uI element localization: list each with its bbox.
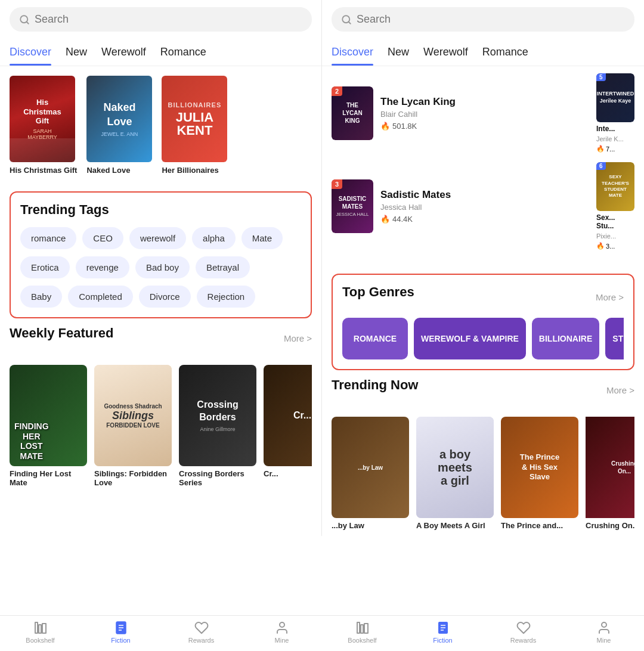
ranked-book-1[interactable]: THELYCANKING 2 The Lycan King Blair Cahi… [332, 73, 634, 153]
right-search-bar[interactable] [332, 7, 634, 32]
tag-rejection[interactable]: Rejection [197, 286, 256, 308]
left-search-bar[interactable] [10, 7, 312, 32]
trending-title-2: A Boy Meets A Girl [416, 521, 494, 530]
book-cover-billionaires: BILLIONAIRES JULIAKENT [162, 76, 227, 162]
left-tab-new[interactable]: New [66, 39, 87, 66]
trending-book-1[interactable]: ...by Law ...by Law [332, 417, 409, 530]
right-nav-tabs: Discover New Werewolf Romance [322, 39, 644, 66]
featured-book-3[interactable]: CrossingBorders Anine Gillmore Crossing … [179, 365, 256, 487]
rank-badge-2: 2 [332, 86, 342, 96]
top-genres-section: Top Genres More > ROMANCE WEREWOLF & VAM… [332, 274, 634, 370]
book-cover-christmas: HisChristmasGift SARAHMAYBERRY [10, 76, 75, 162]
genre-werewolf[interactable]: WEREWOLF & VAMPIRE [414, 318, 526, 359]
tag-mate[interactable]: Mate [242, 227, 283, 249]
book-item-naked-love[interactable]: NakedLove JEWEL E. ANN Naked Love [86, 76, 152, 175]
featured-book-2[interactable]: Goodness ShadrachSiblingsFORBIDDEN LOVE … [94, 365, 172, 487]
right-tab-romance[interactable]: Romance [482, 39, 528, 66]
weekly-featured-section: Weekly Featured More > FINDINGHERLOSTMAT… [10, 326, 312, 493]
trending-cover-1: ...by Law [332, 417, 409, 518]
svg-line-11 [348, 21, 350, 23]
left-nav-tabs: Discover New Werewolf Romance [0, 39, 321, 66]
left-tab-romance[interactable]: Romance [160, 39, 206, 66]
trending-cover-3: The Prince& His SexSlave [501, 417, 578, 518]
ranked-cover-lycan: THELYCANKING 2 [332, 86, 373, 140]
right-tab-new[interactable]: New [388, 39, 409, 66]
trending-now-section: Trending Now More > ...by Law ...by Law … [332, 377, 634, 536]
ranked-title-sexy: Sex...Stu... [596, 213, 634, 230]
ranked-cover-intertwined: INTERTWINEDJerilee Kaye 5 [596, 73, 634, 122]
tag-erotica[interactable]: Erotica [20, 256, 70, 278]
tag-alpha[interactable]: alpha [192, 227, 236, 249]
ranked-title-lycan: The Lycan King [380, 96, 584, 108]
left-tab-discover[interactable]: Discover [10, 39, 51, 66]
book-cover-naked-love: NakedLove JEWEL E. ANN [86, 76, 152, 162]
genre-steamy[interactable]: STEAMY ROMANCE [605, 318, 624, 359]
tag-betrayal[interactable]: Betrayal [196, 256, 250, 278]
flame-icon-2: 🔥 [380, 215, 390, 224]
trending-now-header: Trending Now More > [332, 377, 634, 402]
featured-cover-1: FINDINGHERLOSTMATE [10, 365, 87, 466]
trending-now-scroll: ...by Law ...by Law a boymeetsa girl A B… [332, 411, 634, 536]
ranked-stats-lycan: 🔥 501.8K [380, 122, 584, 131]
trending-title-3: The Prince and... [501, 521, 578, 530]
ranked-author-lycan: Blair Cahill [380, 110, 584, 119]
ranked-stats-sexy: 🔥3... [596, 242, 634, 250]
ranked-cover-sadistic: SADISTICMATES JESSICA HALL 3 [332, 179, 373, 233]
tag-baby[interactable]: Baby [20, 286, 62, 308]
tag-ceo[interactable]: CEO [82, 227, 123, 249]
tag-completed[interactable]: Completed [68, 286, 133, 308]
ranked-author-sadistic: Jessica Hall [380, 203, 584, 212]
genre-steamy-label: STEAMY ROMANCE [612, 334, 624, 343]
right-tab-discover[interactable]: Discover [332, 39, 373, 66]
ranked-stats-intertwined: 🔥7... [596, 145, 634, 153]
trending-now-title: Trending Now [332, 377, 418, 393]
tags-row-2: Erotica revenge Bad boy Betrayal [20, 256, 301, 278]
featured-book-1[interactable]: FINDINGHERLOSTMATE Finding Her Lost Mate [10, 365, 87, 487]
genre-romance[interactable]: ROMANCE [342, 318, 408, 359]
tag-werewolf[interactable]: werewolf [129, 227, 186, 249]
tag-bad-boy[interactable]: Bad boy [135, 256, 190, 278]
featured-title-4: Cr... [264, 469, 312, 478]
trending-book-2[interactable]: a boymeetsa girl A Boy Meets A Girl [416, 417, 494, 530]
tags-row-3: Baby Completed Divorce Rejection [20, 286, 301, 308]
genre-romance-label: ROMANCE [354, 334, 397, 343]
left-tab-werewolf[interactable]: Werewolf [101, 39, 146, 66]
right-search-icon [341, 14, 352, 25]
featured-book-scroll: HisChristmasGift SARAHMAYBERRY His Chris… [0, 66, 321, 184]
trending-title-1: ...by Law [332, 521, 409, 530]
featured-book-4[interactable]: Cr... Cr... [264, 365, 312, 487]
top-genres-more[interactable]: More > [596, 292, 624, 302]
weekly-featured-more[interactable]: More > [284, 333, 312, 343]
trending-book-3[interactable]: The Prince& His SexSlave The Prince and.… [501, 417, 578, 530]
book-title-naked-love: Naked Love [86, 166, 152, 175]
tag-revenge[interactable]: revenge [76, 256, 129, 278]
tags-grid: romance CEO werewolf alpha Mate Erotica … [20, 227, 301, 308]
rank-badge-6: 6 [596, 162, 606, 170]
trending-book-4[interactable]: CrushingOn... Crushing On... [586, 417, 634, 530]
right-tab-werewolf[interactable]: Werewolf [423, 39, 468, 66]
trending-now-more[interactable]: More > [606, 385, 634, 395]
left-search-bar-container [0, 0, 321, 39]
left-search-input[interactable] [35, 13, 302, 26]
trending-tags-section: Trending Tags romance CEO werewolf alpha… [10, 191, 312, 318]
tag-divorce[interactable]: Divorce [139, 286, 191, 308]
search-icon [19, 14, 30, 25]
book-item-christmas[interactable]: HisChristmasGift SARAHMAYBERRY His Chris… [10, 76, 77, 175]
featured-cover-3: CrossingBorders Anine Gillmore [179, 365, 256, 466]
ranked-author-sexy: Pixie... [596, 232, 634, 240]
genres-row: ROMANCE WEREWOLF & VAMPIRE BILLIONAIRE S… [342, 318, 624, 359]
ranked-author-intertwined: Jerile K... [596, 135, 634, 142]
ranked-book-2[interactable]: SADISTICMATES JESSICA HALL 3 Sadistic Ma… [332, 162, 634, 250]
weekly-featured-header: Weekly Featured More > [10, 326, 312, 351]
trending-tags-title: Trending Tags [20, 202, 301, 218]
tag-romance[interactable]: romance [20, 227, 76, 249]
featured-title-1: Finding Her Lost Mate [10, 469, 87, 487]
featured-cover-2: Goodness ShadrachSiblingsFORBIDDEN LOVE [94, 365, 172, 466]
rank-badge-3: 3 [332, 179, 342, 189]
right-search-bar-container [322, 0, 644, 39]
featured-title-3: Crossing Borders Series [179, 469, 256, 487]
right-search-input[interactable] [357, 13, 625, 26]
genre-billionaire[interactable]: BILLIONAIRE [532, 318, 599, 359]
book-item-billionaires[interactable]: BILLIONAIRES JULIAKENT Her Billionaires [162, 76, 227, 175]
trending-cover-2: a boymeetsa girl [416, 417, 494, 518]
